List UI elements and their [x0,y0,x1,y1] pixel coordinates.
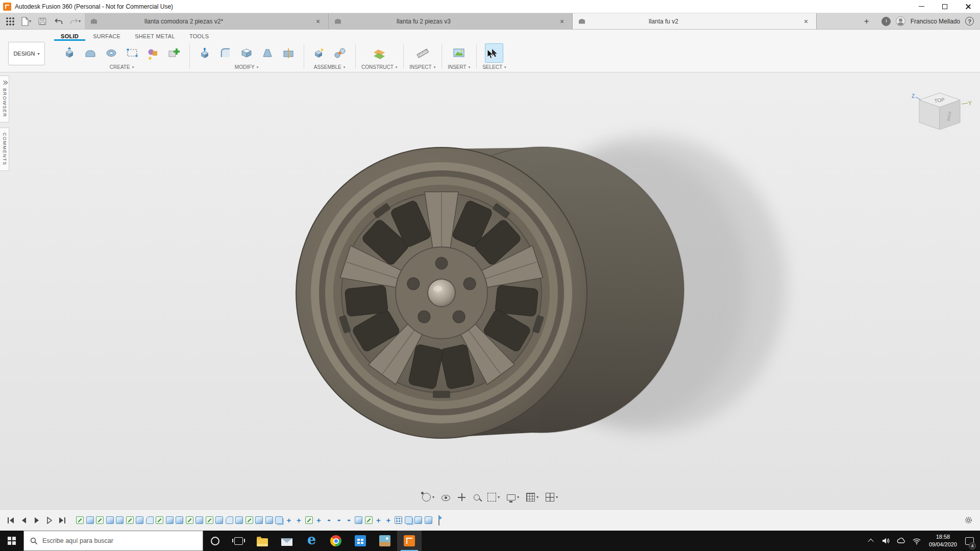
minimize-button[interactable] [910,0,933,13]
revolve-icon[interactable] [102,43,120,63]
create-sketch-icon[interactable] [165,43,183,63]
timeline-extrude-icon[interactable] [195,516,203,524]
timeline-mirror-icon[interactable] [335,516,342,524]
select-group-label[interactable]: SELECT [482,64,506,72]
extrude-icon[interactable] [60,43,79,63]
timeline-sketch-icon[interactable] [156,516,163,524]
comments-panel-tab[interactable]: COMMENTS [0,128,9,171]
job-status-icon[interactable] [881,17,891,26]
zoom-icon[interactable] [472,493,482,502]
viewports-icon[interactable] [544,492,559,503]
timeline-extrude-icon[interactable] [215,516,223,524]
browser-panel-tab[interactable]: BROWSER [0,76,9,122]
timeline-sketch-icon[interactable] [186,516,193,524]
timeline-extrude-icon[interactable] [355,516,362,524]
workspace-selector[interactable]: DESIGN [8,42,45,65]
timeline-mirror-icon[interactable] [345,516,353,524]
mail-icon[interactable] [275,531,299,551]
timeline-sketch-icon[interactable] [365,516,373,524]
pan-icon[interactable] [456,492,468,503]
timeline-extrude-icon[interactable] [265,516,273,524]
store-icon[interactable] [348,531,373,551]
go-to-start-button[interactable] [5,514,17,526]
timeline-combine-icon[interactable] [275,516,283,524]
maximize-button[interactable] [933,0,957,13]
start-button[interactable] [0,531,23,551]
draft-icon[interactable] [258,43,277,63]
ribbon-tab[interactable]: TOOLS [183,31,216,41]
create-group-label[interactable]: CREATE [110,64,134,72]
pattern-icon[interactable] [123,43,141,63]
save-button[interactable] [35,14,50,29]
chrome-icon[interactable] [324,531,348,551]
construct-plane-icon[interactable] [370,43,388,63]
user-name[interactable]: Francisco Mellado [911,18,960,25]
timeline-mirror-icon[interactable] [325,516,333,524]
view-cube[interactable]: Z Y TOP BACK [906,81,973,137]
file-menu-button[interactable]: ▾ [18,14,34,29]
timeline-settings-button[interactable] [962,514,975,527]
timeline-sketch-icon[interactable] [126,516,134,524]
look-at-icon[interactable] [440,492,452,502]
new-document-tab-button[interactable] [858,13,875,29]
shell-icon[interactable] [237,43,256,63]
modify-group-label[interactable]: MODIFY [235,64,258,72]
timeline-extrude-icon[interactable] [86,516,94,524]
primitives-icon[interactable] [144,43,162,63]
fillet-icon[interactable] [216,43,235,63]
measure-icon[interactable] [413,43,432,63]
volume-button[interactable] [878,531,894,551]
timeline-extrude-icon[interactable] [106,516,114,524]
timeline-extrude-icon[interactable] [425,516,432,524]
undo-button[interactable] [51,14,66,29]
split-body-icon[interactable] [279,43,298,63]
onedrive-button[interactable] [894,531,909,551]
form-icon[interactable] [81,43,100,63]
fusion-icon[interactable] [397,531,422,551]
avatar[interactable] [896,16,905,26]
timeline-extrude-icon[interactable] [414,516,422,524]
select-icon[interactable] [485,43,503,63]
document-tab[interactable]: llanta fu 2 piezas v3 [329,13,573,29]
close-tab-icon[interactable] [802,17,810,26]
timeline-sketch-icon[interactable] [305,516,313,524]
timeline-extrude-icon[interactable] [116,516,124,524]
timeline-fillet-icon[interactable] [146,516,154,524]
close-tab-icon[interactable] [314,17,322,26]
timeline-extrude-icon[interactable] [176,516,183,524]
redo-button[interactable]: ▾ [67,14,83,29]
timeline-sketch-icon[interactable] [246,516,253,524]
photos-icon[interactable] [373,531,397,551]
fit-icon[interactable] [486,492,501,503]
search-input[interactable] [42,537,197,544]
go-to-end-button[interactable] [56,514,68,526]
close-button[interactable] [957,0,980,13]
timeline-combine-icon[interactable] [405,516,412,524]
timeline-sketch-icon[interactable] [96,516,104,524]
joint-icon[interactable] [331,43,349,63]
grid-settings-icon[interactable] [525,492,540,503]
orbit-icon[interactable] [421,492,436,503]
wheel-model[interactable] [0,72,980,509]
timeline-sketch-icon[interactable] [206,516,213,524]
timeline-extrude-icon[interactable] [255,516,263,524]
timeline-move-icon[interactable] [375,516,382,524]
viewport-canvas[interactable]: BROWSER COMMENTS [0,72,980,509]
display-settings-icon[interactable] [505,493,521,502]
help-icon[interactable] [965,17,974,26]
app-launcher-button[interactable] [2,14,17,29]
taskbar-clock[interactable]: 18:58 09/04/2020 [924,533,962,548]
step-back-button[interactable] [18,514,30,526]
timeline-sketch-icon[interactable] [76,516,84,524]
step-forward-button[interactable] [43,514,55,526]
close-tab-icon[interactable] [558,17,566,26]
timeline-position-marker[interactable] [436,515,442,525]
ribbon-tab[interactable]: SURFACE [86,31,127,41]
timeline-move-icon[interactable] [385,516,393,524]
timeline-move-icon[interactable] [315,516,323,524]
file-explorer-icon[interactable] [250,531,275,551]
timeline-fillet-icon[interactable] [226,516,233,524]
network-button[interactable] [909,531,924,551]
insert-group-label[interactable]: INSERT [448,64,470,72]
construct-group-label[interactable]: CONSTRUCT [361,64,397,72]
